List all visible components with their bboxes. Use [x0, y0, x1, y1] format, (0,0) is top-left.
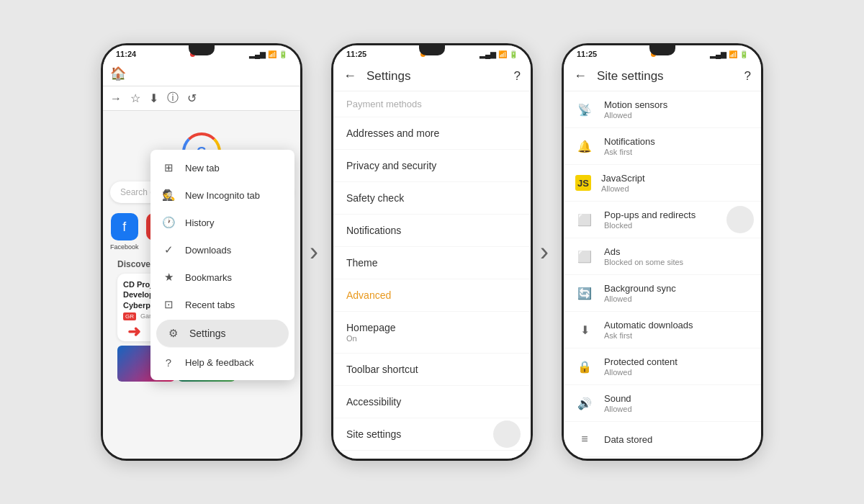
- data-stored-title: Data stored: [604, 434, 652, 445]
- site-item-popups[interactable]: ⬜ Pop-ups and redirects Blocked ➜: [564, 202, 761, 238]
- ads-title: Ads: [604, 246, 683, 257]
- history-label: History: [185, 217, 214, 228]
- settings-item-notifications[interactable]: Notifications: [333, 215, 531, 247]
- nav-arrow-2: ›: [540, 237, 549, 267]
- info-icon-toolbar[interactable]: ⓘ: [167, 91, 179, 106]
- auto-downloads-title: Automatic downloads: [604, 320, 693, 330]
- shortcut-facebook[interactable]: f Facebook: [110, 213, 139, 251]
- homepage-sub: On: [346, 334, 518, 343]
- site-item-nfc[interactable]: 📶 NFC devices Ask first: [564, 457, 761, 461]
- popups-title: Pop-ups and redirects: [604, 210, 696, 220]
- protected-content-text: Protected content Allowed: [604, 356, 678, 377]
- site-item-auto-downloads[interactable]: ⬇ Automatic downloads Ask first: [564, 312, 761, 348]
- wifi-icon: 📶: [268, 50, 276, 58]
- menu-item-help[interactable]: ? Help & feedback: [150, 349, 294, 376]
- nav-arrow-1: ›: [310, 237, 318, 267]
- notch-3: [649, 45, 675, 55]
- notifications-icon: 🔔: [575, 137, 594, 156]
- recent-tabs-label: Recent tabs: [185, 300, 235, 310]
- home-icon[interactable]: 🏠: [110, 66, 126, 81]
- sound-sub: Allowed: [604, 405, 632, 413]
- popups-icon: ⬜: [575, 210, 594, 229]
- settings-item-languages[interactable]: Languages: [333, 451, 531, 461]
- site-settings-title: Site settings: [597, 69, 734, 84]
- recent-tabs-icon: ⊡: [162, 298, 175, 311]
- site-item-ads[interactable]: ⬜ Ads Blocked on some sites: [564, 238, 761, 275]
- site-item-motion[interactable]: 📡 Motion sensors Allowed: [564, 91, 761, 128]
- site-item-background-sync[interactable]: 🔄 Background sync Allowed: [564, 275, 761, 312]
- javascript-icon: JS: [575, 175, 591, 191]
- motion-sensors-sub: Allowed: [604, 111, 667, 120]
- protected-content-sub: Allowed: [604, 368, 678, 377]
- help-icon: ?: [162, 356, 175, 369]
- motion-sensors-title: Motion sensors: [604, 99, 667, 110]
- javascript-sub: Allowed: [601, 184, 645, 193]
- background-sync-sub: Allowed: [604, 294, 676, 303]
- notifications-sub: Ask first: [604, 148, 655, 156]
- settings-item-payment-partial: Payment methods: [333, 91, 531, 117]
- menu-item-bookmarks[interactable]: ★ Bookmarks: [150, 264, 294, 291]
- status-icons-3: ▂▄▆ 📶 🔋: [710, 50, 748, 58]
- popups-highlight: [726, 206, 754, 233]
- javascript-text: JavaScript Allowed: [601, 173, 645, 193]
- notifications-text: Notifications Ask first: [604, 136, 655, 156]
- site-item-notifications[interactable]: 🔔 Notifications Ask first: [564, 128, 761, 165]
- settings-icon: ⚙: [166, 327, 179, 340]
- motion-sensors-text: Motion sensors Allowed: [604, 99, 667, 120]
- site-item-sound[interactable]: 🔊 Sound Allowed: [564, 385, 761, 422]
- signal-icon-3: ▂▄▆: [710, 50, 726, 58]
- downloads-icon: ✓: [162, 243, 175, 256]
- settings-help-icon[interactable]: ?: [514, 69, 521, 84]
- red-arrow-settings: ➜: [127, 323, 140, 341]
- ads-text: Ads Blocked on some sites: [604, 246, 683, 266]
- settings-item-safety[interactable]: Safety check: [333, 182, 531, 215]
- phone-3: 11:25 ▂▄▆ 📶 🔋 ← Site settings ? 📡 Motion…: [562, 43, 763, 461]
- menu-item-downloads[interactable]: ✓ Downloads: [150, 236, 294, 264]
- menu-item-new-tab[interactable]: ⊞ New tab: [150, 154, 294, 181]
- notifications-title: Notifications: [604, 136, 655, 147]
- refresh-icon-toolbar[interactable]: ↺: [187, 91, 197, 105]
- settings-header: ← Settings ?: [333, 61, 531, 91]
- bookmarks-label: Bookmarks: [185, 272, 232, 283]
- settings-title: Settings: [366, 69, 504, 84]
- site-settings-help-icon[interactable]: ?: [744, 69, 751, 84]
- settings-item-addresses[interactable]: Addresses and more: [333, 117, 531, 150]
- settings-item-privacy[interactable]: Privacy and security: [333, 150, 531, 182]
- settings-item-site-settings[interactable]: Site settings ➜: [333, 418, 531, 451]
- auto-downloads-icon: ⬇: [575, 320, 594, 339]
- sound-icon: 🔊: [575, 394, 594, 413]
- settings-item-theme[interactable]: Theme: [333, 247, 531, 279]
- notch-2: [419, 45, 445, 55]
- site-item-javascript[interactable]: JS JavaScript Allowed: [564, 165, 761, 202]
- new-tab-page: G Search or type f Facebook F Fe... Disc: [103, 111, 300, 461]
- battery-icon-2: 🔋: [509, 50, 518, 58]
- back-icon-toolbar[interactable]: →: [110, 92, 122, 105]
- settings-item-homepage[interactable]: Homepage On: [333, 312, 531, 354]
- download-icon-toolbar[interactable]: ⬇: [149, 91, 158, 105]
- menu-item-history[interactable]: 🕐 History: [150, 209, 294, 236]
- status-icons-2: ▂▄▆ 📶 🔋: [480, 50, 518, 58]
- site-item-protected-content[interactable]: 🔒 Protected content Allowed: [564, 348, 761, 385]
- settings-item-advanced[interactable]: Advanced: [333, 279, 531, 312]
- site-settings-back-icon[interactable]: ←: [574, 68, 587, 84]
- new-tab-label: New tab: [185, 163, 220, 174]
- settings-item-accessibility[interactable]: Accessibility: [333, 386, 531, 418]
- protected-content-title: Protected content: [604, 356, 678, 367]
- auto-downloads-text: Automatic downloads Ask first: [604, 320, 693, 340]
- site-settings-header: ← Site settings ?: [564, 61, 761, 91]
- incognito-icon: 🕵: [162, 189, 175, 202]
- star-icon-toolbar[interactable]: ☆: [130, 91, 140, 105]
- site-item-data-stored[interactable]: ≡ Data stored: [564, 422, 761, 457]
- phone-2: 11:25 ▂▄▆ 📶 🔋 ← Settings ? Payment metho…: [331, 43, 533, 461]
- signal-icon: ▂▄▆: [249, 50, 266, 58]
- settings-back-icon[interactable]: ←: [343, 68, 356, 84]
- menu-item-recent-tabs[interactable]: ⊡ Recent tabs: [150, 291, 294, 318]
- site-settings-page: ← Site settings ? 📡 Motion sensors Allow…: [564, 61, 761, 461]
- game-rant-logo: GR: [123, 312, 136, 320]
- menu-item-incognito[interactable]: 🕵 New Incognito tab: [150, 181, 294, 209]
- menu-item-settings[interactable]: ⚙ Settings ➜: [156, 320, 289, 348]
- settings-item-toolbar[interactable]: Toolbar shortcut: [333, 354, 531, 386]
- phone-2-wrapper: 11:25 ▂▄▆ 📶 🔋 ← Settings ? Payment metho…: [331, 43, 549, 461]
- ads-sub: Blocked on some sites: [604, 258, 683, 266]
- wifi-icon-3: 📶: [729, 50, 737, 58]
